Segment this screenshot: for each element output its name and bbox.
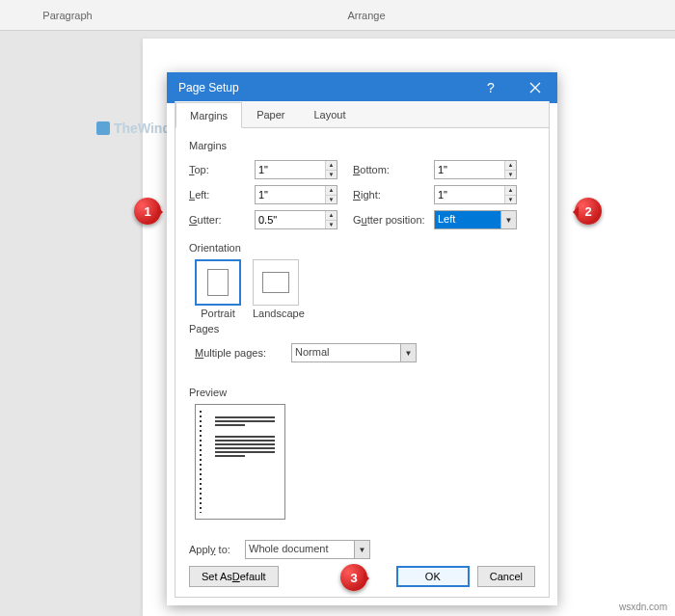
left-spinner[interactable]: ▲▼ — [255, 185, 338, 204]
cancel-button[interactable]: Cancel — [477, 566, 535, 587]
tab-layout[interactable]: Layout — [299, 101, 360, 127]
multiple-pages-value: Normal — [292, 344, 400, 362]
orientation-section-label: Orientation — [189, 242, 535, 254]
top-input[interactable] — [256, 161, 325, 178]
left-down-icon[interactable]: ▼ — [326, 196, 337, 204]
dialog-body: Margins Paper Layout Margins Top: ▲▼ Bot… — [175, 101, 550, 598]
ribbon-background: Paragraph Arrange — [0, 0, 675, 31]
apply-to-label: Apply to: — [189, 544, 245, 555]
orientation-portrait[interactable]: Portrait — [195, 259, 241, 319]
left-label: Left: — [189, 189, 255, 201]
gutter-position-value: Left — [435, 211, 500, 228]
dialog-title: Page Setup — [178, 81, 469, 94]
ribbon-group-arrange: Arrange — [289, 0, 444, 21]
right-label: Right: — [338, 189, 434, 201]
left-up-icon[interactable]: ▲ — [326, 186, 337, 196]
annotation-callout-3: 3 — [340, 564, 367, 591]
multiple-pages-label: Multiple pages: — [195, 347, 291, 359]
right-up-icon[interactable]: ▲ — [505, 186, 516, 196]
margins-panel: Margins Top: ▲▼ Bottom: ▲▼ Left: ▲▼ — [176, 128, 549, 572]
top-up-icon[interactable]: ▲ — [326, 161, 337, 171]
portrait-icon — [207, 269, 229, 296]
gutter-position-label: Gutter position: — [338, 214, 434, 226]
apply-to-combo[interactable]: Whole document ▼ — [245, 540, 370, 559]
bottom-down-icon[interactable]: ▼ — [505, 171, 516, 179]
right-spinner[interactable]: ▲▼ — [434, 185, 517, 204]
landscape-icon — [262, 272, 289, 293]
gutter-label: Gutter: — [189, 214, 255, 226]
svg-text:?: ? — [487, 81, 495, 94]
chevron-down-icon[interactable]: ▼ — [354, 541, 369, 558]
help-button[interactable]: ? — [469, 72, 513, 103]
annotation-callout-1: 1 — [134, 198, 161, 225]
chevron-down-icon[interactable]: ▼ — [500, 211, 516, 228]
windows-logo-icon — [96, 121, 110, 135]
multiple-pages-combo[interactable]: Normal ▼ — [291, 343, 417, 362]
chevron-down-icon[interactable]: ▼ — [400, 344, 416, 362]
ribbon-group-paragraph: Paragraph — [0, 0, 135, 30]
bottom-up-icon[interactable]: ▲ — [505, 161, 516, 171]
right-input[interactable] — [435, 186, 504, 203]
top-down-icon[interactable]: ▼ — [326, 171, 337, 179]
dialog-titlebar[interactable]: Page Setup ? — [167, 72, 557, 103]
orientation-landscape[interactable]: Landscape — [253, 259, 305, 319]
right-down-icon[interactable]: ▼ — [505, 196, 516, 204]
ok-button[interactable]: OK — [396, 566, 470, 587]
close-button[interactable] — [513, 72, 557, 103]
portrait-label: Portrait — [195, 308, 241, 319]
landscape-label: Landscape — [253, 308, 305, 319]
apply-to-value: Whole document — [246, 541, 354, 558]
left-input[interactable] — [256, 186, 325, 203]
preview-section-label: Preview — [189, 387, 535, 398]
gutter-input[interactable] — [256, 211, 325, 228]
bottom-input[interactable] — [435, 161, 504, 178]
preview-thumbnail — [195, 404, 285, 520]
tabstrip: Margins Paper Layout — [176, 101, 549, 128]
bottom-spinner[interactable]: ▲▼ — [434, 160, 517, 179]
gutter-up-icon[interactable]: ▲ — [326, 211, 337, 221]
pages-section-label: Pages — [189, 323, 535, 335]
top-spinner[interactable]: ▲▼ — [255, 160, 338, 179]
tab-margins[interactable]: Margins — [176, 102, 242, 128]
gutter-spinner[interactable]: ▲▼ — [255, 210, 338, 229]
gutter-down-icon[interactable]: ▼ — [326, 221, 337, 229]
page-setup-dialog: Page Setup ? Margins Paper Layout Margin… — [167, 72, 557, 605]
gutter-position-combo[interactable]: Left ▼ — [434, 210, 517, 229]
top-label: Top: — [189, 164, 255, 175]
image-credit: wsxdn.com — [619, 602, 667, 612]
annotation-callout-2: 2 — [575, 198, 602, 225]
margins-section-label: Margins — [189, 140, 535, 151]
tab-paper[interactable]: Paper — [242, 101, 299, 127]
bottom-label: Bottom: — [338, 164, 434, 175]
set-as-default-button[interactable]: Set As Default — [189, 566, 279, 587]
